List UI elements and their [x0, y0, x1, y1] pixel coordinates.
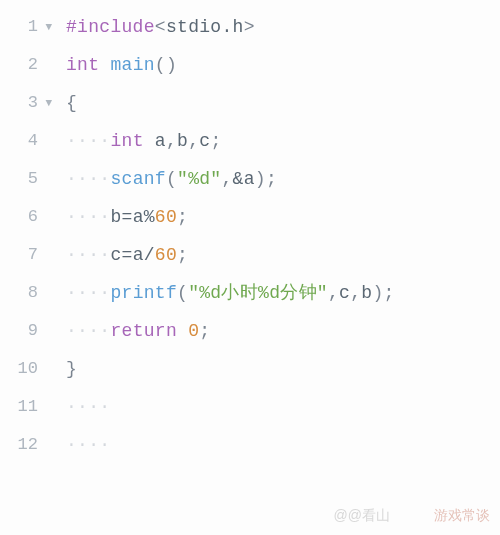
token-punct: <	[155, 17, 166, 37]
token-punct: >	[244, 17, 255, 37]
token-type: int	[110, 131, 143, 151]
line-number: 8	[0, 274, 48, 312]
line-number: 10	[0, 350, 48, 388]
token-type: int	[66, 55, 99, 75]
token-punct: ;	[177, 207, 188, 227]
line-number: 6	[0, 198, 48, 236]
token-ident: b	[361, 283, 372, 303]
whitespace-indicator: ····	[66, 435, 110, 455]
code-content[interactable]: ····return 0;	[48, 312, 210, 350]
token-punct: ;	[199, 321, 210, 341]
token-func: scanf	[110, 169, 166, 189]
line-number: 7	[0, 236, 48, 274]
fold-chevron-icon[interactable]: ▼	[45, 84, 52, 122]
token-keyword: return	[110, 321, 177, 341]
token-ident: c	[199, 131, 210, 151]
token-string: "%d小时%d分钟"	[188, 283, 328, 303]
token-plain	[177, 321, 188, 341]
code-line[interactable]: 3▼{	[0, 84, 500, 122]
code-content[interactable]: ····int a,b,c;	[48, 122, 222, 160]
line-number: 4	[0, 122, 48, 160]
token-ident: c	[110, 245, 121, 265]
code-line[interactable]: 8····printf("%d小时%d分钟",c,b);	[0, 274, 500, 312]
token-punct: }	[66, 359, 77, 379]
whitespace-indicator: ····	[66, 169, 110, 189]
code-content[interactable]: ····	[48, 388, 110, 426]
token-func: main	[110, 55, 154, 75]
token-op: %	[144, 207, 155, 227]
token-number: 60	[155, 207, 177, 227]
token-ident: a	[133, 207, 144, 227]
whitespace-indicator: ····	[66, 131, 110, 151]
token-ident: stdio.h	[166, 17, 244, 37]
token-punct: ,	[166, 131, 177, 151]
token-plain	[99, 55, 110, 75]
token-number: 0	[188, 321, 199, 341]
code-line[interactable]: 12····	[0, 426, 500, 464]
line-number: 2	[0, 46, 48, 84]
token-punct: ,	[188, 131, 199, 151]
line-number: 5	[0, 160, 48, 198]
token-func: printf	[110, 283, 177, 303]
code-content[interactable]: ····c=a/60;	[48, 236, 188, 274]
token-plain	[144, 131, 155, 151]
code-content[interactable]: ····	[48, 426, 110, 464]
token-op: &	[233, 169, 244, 189]
token-op: =	[122, 207, 133, 227]
code-line[interactable]: 4····int a,b,c;	[0, 122, 500, 160]
code-content[interactable]: ····scanf("%d",&a);	[48, 160, 277, 198]
token-punct: );	[255, 169, 277, 189]
code-line[interactable]: 11····	[0, 388, 500, 426]
line-number: 1▼	[0, 8, 48, 46]
token-punct: ;	[210, 131, 221, 151]
token-punct: (	[166, 169, 177, 189]
line-number: 12	[0, 426, 48, 464]
code-line[interactable]: 5····scanf("%d",&a);	[0, 160, 500, 198]
code-line[interactable]: 2int main()	[0, 46, 500, 84]
whitespace-indicator: ····	[66, 283, 110, 303]
token-ident: c	[339, 283, 350, 303]
whitespace-indicator: ····	[66, 207, 110, 227]
watermark-secondary: @@看山	[334, 507, 390, 525]
token-punct: ,	[221, 169, 232, 189]
code-line[interactable]: 7····c=a/60;	[0, 236, 500, 274]
token-ident: b	[110, 207, 121, 227]
code-line[interactable]: 10}	[0, 350, 500, 388]
whitespace-indicator: ····	[66, 321, 110, 341]
token-number: 60	[155, 245, 177, 265]
code-content[interactable]: int main()	[48, 46, 177, 84]
code-line[interactable]: 1▼#include<stdio.h>	[0, 8, 500, 46]
token-op: /	[144, 245, 155, 265]
code-content[interactable]: ····b=a%60;	[48, 198, 188, 236]
token-ident: b	[177, 131, 188, 151]
whitespace-indicator: ····	[66, 245, 110, 265]
line-number: 11	[0, 388, 48, 426]
token-string: "%d"	[177, 169, 221, 189]
code-editor[interactable]: 1▼#include<stdio.h>2int main()3▼{4····in…	[0, 0, 500, 464]
token-ident: a	[133, 245, 144, 265]
token-punct: (	[177, 283, 188, 303]
token-op: =	[122, 245, 133, 265]
token-punct: {	[66, 93, 77, 113]
token-punct: ,	[328, 283, 339, 303]
code-content[interactable]: }	[48, 350, 77, 388]
watermark-primary: 游戏常谈	[434, 507, 490, 525]
line-number: 9	[0, 312, 48, 350]
code-line[interactable]: 6····b=a%60;	[0, 198, 500, 236]
token-punct: ,	[350, 283, 361, 303]
token-ident: a	[155, 131, 166, 151]
token-punct: );	[372, 283, 394, 303]
token-punct: ()	[155, 55, 177, 75]
fold-chevron-icon[interactable]: ▼	[45, 8, 52, 46]
whitespace-indicator: ····	[66, 397, 110, 417]
token-preprocessor: #include	[66, 17, 155, 37]
code-content[interactable]: #include<stdio.h>	[48, 8, 255, 46]
token-ident: a	[244, 169, 255, 189]
code-content[interactable]: ····printf("%d小时%d分钟",c,b);	[48, 274, 395, 312]
token-punct: ;	[177, 245, 188, 265]
code-line[interactable]: 9····return 0;	[0, 312, 500, 350]
line-number: 3▼	[0, 84, 48, 122]
